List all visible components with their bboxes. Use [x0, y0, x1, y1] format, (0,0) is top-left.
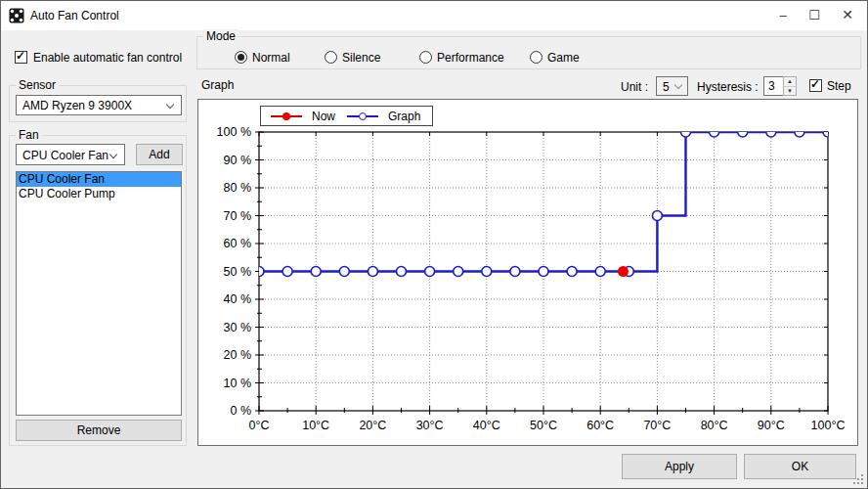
remove-fan-button[interactable]: Remove	[16, 420, 182, 441]
svg-text:20 %: 20 %	[224, 348, 252, 362]
chevron-down-icon	[109, 151, 117, 158]
svg-text:40°C: 40°C	[473, 419, 500, 432]
svg-text:80°C: 80°C	[701, 419, 728, 432]
spin-up-icon[interactable]: ▲	[784, 77, 796, 86]
fan-list-item[interactable]: CPU Cooler Fan	[17, 172, 181, 187]
graph-legend-label: Graph	[388, 110, 422, 123]
svg-text:10°C: 10°C	[302, 419, 329, 432]
step-checkbox[interactable]: ✓	[809, 79, 822, 92]
svg-text:0 %: 0 %	[230, 404, 251, 418]
sensor-dropdown-value: AMD Ryzen 9 3900X	[22, 99, 132, 112]
enable-auto-fan-checkbox[interactable]: ✓	[15, 51, 27, 64]
svg-text:60 %: 60 %	[224, 237, 252, 250]
apply-button[interactable]: Apply	[622, 454, 737, 479]
svg-text:20°C: 20°C	[359, 419, 386, 432]
fan-curve-chart[interactable]: 0°C10°C20°C30°C40°C50°C60°C70°C80°C90°C1…	[197, 99, 858, 446]
spin-down-icon[interactable]: ▼	[784, 86, 796, 95]
radio-silence-label: Silence	[342, 51, 380, 65]
sensor-dropdown[interactable]: AMD Ryzen 9 3900X	[16, 95, 182, 115]
svg-text:50°C: 50°C	[530, 419, 557, 432]
fan-listbox[interactable]: CPU Cooler Fan CPU Cooler Pump	[16, 171, 182, 416]
svg-text:70°C: 70°C	[643, 419, 671, 432]
unit-label: Unit :	[621, 80, 648, 94]
mode-group: Mode Normal Silence Performance Game	[196, 36, 861, 69]
radio-normal-label: Normal	[252, 51, 290, 65]
enable-auto-fan-label: Enable automatic fan control	[33, 51, 182, 65]
svg-text:60°C: 60°C	[586, 419, 614, 432]
chart-legend: Now Graph	[260, 106, 433, 126]
minimize-button[interactable]: –	[767, 1, 799, 30]
add-fan-button[interactable]: Add	[136, 144, 183, 165]
hysteresis-spinner[interactable]: ▲ ▼	[783, 76, 797, 96]
checkmark-icon: ✓	[810, 77, 820, 91]
radio-game-label: Game	[547, 51, 580, 65]
close-button[interactable]: ✕	[832, 1, 863, 30]
fan-dropdown-value: CPU Cooler Fan	[22, 149, 108, 162]
fan-group-label: Fan	[16, 128, 42, 142]
svg-text:30°C: 30°C	[416, 419, 444, 432]
svg-text:30 %: 30 %	[224, 321, 252, 334]
graph-section-label: Graph	[201, 78, 234, 92]
radio-silence[interactable]	[325, 51, 337, 64]
svg-text:70 %: 70 %	[224, 209, 252, 223]
unit-dropdown[interactable]: 5	[656, 76, 688, 96]
fan-curve-canvas[interactable]: 0°C10°C20°C30°C40°C50°C60°C70°C80°C90°C1…	[198, 100, 857, 445]
svg-text:40 %: 40 %	[224, 292, 252, 306]
fan-group: Fan CPU Cooler Fan Add CPU Cooler Fan CP…	[9, 135, 187, 446]
resize-grip[interactable]	[853, 474, 864, 485]
chevron-down-icon	[166, 101, 174, 109]
checkmark-icon: ✓	[16, 49, 25, 63]
svg-text:90 %: 90 %	[224, 154, 252, 167]
maximize-button[interactable]: ☐	[799, 1, 830, 30]
fan-list-item[interactable]: CPU Cooler Pump	[17, 187, 181, 201]
svg-text:100°C: 100°C	[811, 419, 846, 432]
svg-text:50 %: 50 %	[224, 265, 252, 279]
radio-performance[interactable]	[419, 51, 432, 64]
svg-text:0°C: 0°C	[249, 419, 270, 432]
svg-text:100 %: 100 %	[217, 125, 251, 139]
svg-text:10 %: 10 %	[224, 377, 252, 390]
chevron-down-icon	[674, 81, 682, 89]
mode-group-label: Mode	[203, 29, 239, 43]
radio-normal[interactable]	[235, 51, 247, 64]
hysteresis-label: Hysteresis :	[697, 80, 759, 94]
unit-dropdown-value: 5	[663, 80, 670, 94]
sensor-group: Sensor AMD Ryzen 9 3900X	[9, 85, 187, 122]
hysteresis-input[interactable]: 3	[763, 76, 784, 96]
radio-game[interactable]	[530, 51, 542, 64]
step-checkbox-label: Step	[827, 79, 851, 93]
svg-text:80 %: 80 %	[224, 181, 252, 195]
radio-performance-label: Performance	[437, 51, 504, 65]
now-legend-label: Now	[312, 110, 337, 123]
svg-text:90°C: 90°C	[758, 419, 785, 432]
fan-icon	[9, 8, 24, 23]
title-bar[interactable]: Auto Fan Control – ☐ ✕	[1, 1, 867, 30]
window-title: Auto Fan Control	[30, 9, 119, 22]
fan-dropdown[interactable]: CPU Cooler Fan	[16, 144, 125, 165]
ok-button[interactable]: OK	[744, 454, 856, 479]
auto-fan-control-window: Auto Fan Control – ☐ ✕ ✓ Enable automati…	[0, 0, 868, 489]
graph-legend-marker	[347, 111, 378, 121]
sensor-group-label: Sensor	[16, 78, 59, 92]
now-legend-marker	[271, 111, 302, 121]
